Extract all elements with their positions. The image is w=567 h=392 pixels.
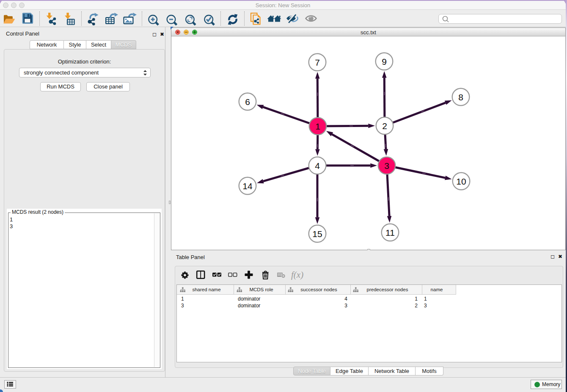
svg-text:9: 9 xyxy=(382,57,387,66)
svg-text:15: 15 xyxy=(312,229,322,239)
svg-text:6: 6 xyxy=(245,97,250,107)
svg-text:14: 14 xyxy=(242,181,253,191)
svg-text:10: 10 xyxy=(456,177,466,186)
svg-text:11: 11 xyxy=(385,228,395,237)
svg-text:4: 4 xyxy=(315,161,320,171)
svg-text:1: 1 xyxy=(315,121,320,131)
svg-text:8: 8 xyxy=(458,92,463,102)
svg-text:7: 7 xyxy=(315,58,320,67)
svg-text:3: 3 xyxy=(384,161,389,171)
svg-text:2: 2 xyxy=(382,121,387,131)
svg-text:f(x): f(x) xyxy=(291,270,303,280)
